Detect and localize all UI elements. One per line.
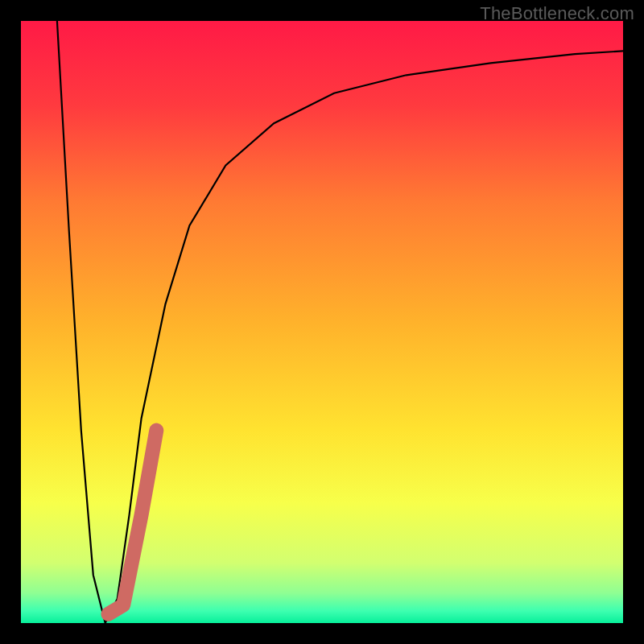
highlight-marker xyxy=(109,431,157,614)
chart-svg xyxy=(21,21,623,623)
plot-area xyxy=(21,21,623,623)
watermark-text: TheBottleneck.com xyxy=(480,3,634,24)
outer-frame: TheBottleneck.com xyxy=(0,0,644,644)
